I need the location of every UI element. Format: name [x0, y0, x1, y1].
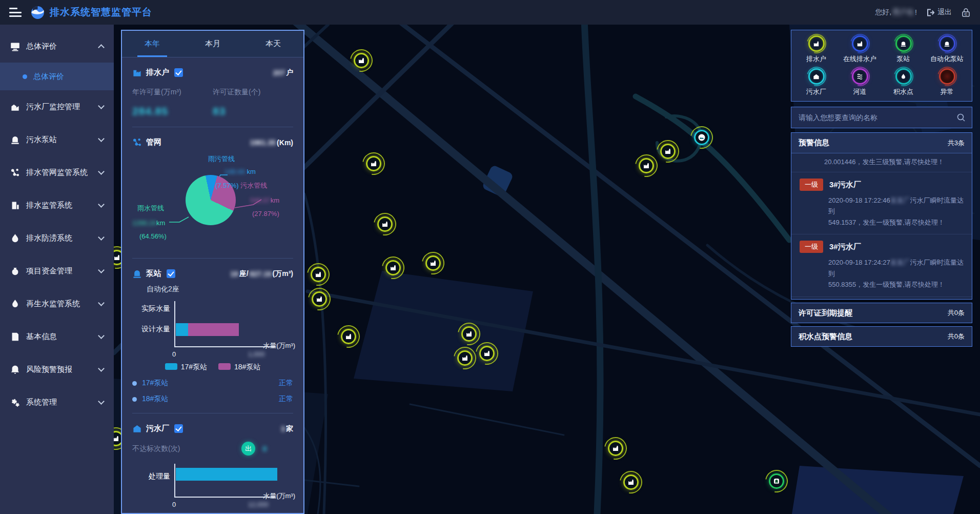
alert-partial-text[interactable]: 20.001446，发生三级预警,请尽快处理！ [791, 153, 972, 172]
chevron-down-icon [98, 201, 105, 208]
map-marker-user[interactable] [311, 290, 328, 308]
map-marker-user[interactable] [659, 143, 677, 160]
sidebar-item-drain-supervise[interactable]: 排水监管系统 [0, 189, 114, 222]
legend-river[interactable]: 河道 [838, 68, 882, 98]
factory-icon [132, 68, 142, 77]
pump-automation-note: 自动化2座 [147, 285, 293, 294]
substandard-row: 不达标次数(次) 出 0 [132, 442, 293, 456]
search-input[interactable] [798, 113, 956, 122]
map-marker-user[interactable] [384, 259, 402, 276]
sidebar-item-risk-warning[interactable]: 风险预警预报 [0, 353, 114, 386]
section-drainage-users: 排水户 207户 年许可量(万m³)284.85 许可证数量(个)83 [122, 68, 303, 127]
pie-pct: (64.56%) [139, 232, 167, 240]
drainage-checkbox[interactable] [174, 68, 183, 77]
map-marker-user[interactable] [622, 473, 640, 491]
pump-checkbox[interactable] [167, 269, 175, 278]
waterlog-count: 共0条 [948, 332, 965, 341]
legend-online-drainage-user[interactable]: 在线排水户 [838, 35, 882, 65]
sidebar-item-flood-control[interactable]: 排水防涝系统 [0, 222, 114, 254]
pump-icon [132, 269, 142, 279]
lock-button[interactable]: C [961, 8, 971, 17]
status-badge: 正常 [279, 379, 293, 388]
alert-item[interactable]: 一级3#污水厂 2020-09-18 17:24:27某某厂污水厂瞬时流量达到5… [791, 234, 972, 296]
warning-info-panel: 预警信息 共3条 20.001446，发生三级预警,请尽快处理！ 一级3#污水厂… [791, 132, 972, 300]
search-icon[interactable] [956, 113, 966, 122]
tab-today[interactable]: 本天 [243, 31, 303, 57]
map-legend-box: 排水户 在线排水户 泵站 自动化泵站 污水厂 河道 积水点 异常 [791, 30, 972, 102]
house-icon [132, 424, 142, 433]
map-marker-user[interactable] [478, 345, 496, 362]
map-marker-user[interactable] [424, 254, 442, 272]
chevron-down-icon [98, 267, 105, 273]
warning-panel-header[interactable]: 预警信息 共3条 [791, 133, 972, 153]
pie-value: 546.67km [250, 196, 279, 204]
map-marker-user[interactable] [460, 325, 478, 343]
monitor-icon [10, 42, 20, 51]
chevron-down-icon [98, 300, 105, 306]
recycle-drop-icon [10, 299, 20, 309]
license-expiry-panel[interactable]: 许可证到期提醒共0条 [791, 303, 972, 323]
stats-panel: 本年 本月 本天 排水户 207户 年许可量(万m³)284.85 许可证数量(… [121, 30, 304, 514]
map-marker-user[interactable] [607, 440, 624, 457]
chevron-down-icon [98, 135, 105, 142]
substandard-value: 0 [262, 444, 267, 453]
map-search-box [791, 107, 972, 128]
map-marker-user[interactable] [456, 349, 474, 367]
out-badge: 出 [241, 442, 255, 456]
metric-label: 许可证数量(个) [213, 88, 293, 97]
legend-sewage-plant[interactable]: 污水厂 [794, 68, 838, 98]
factory-icon [10, 102, 20, 112]
sidebar-item-system-settings[interactable]: 系统管理 [0, 386, 114, 419]
pump-icon [10, 135, 20, 145]
user-name: 用户名 [892, 8, 914, 17]
legend-waterlogging-point[interactable]: 积水点 [882, 68, 925, 98]
station-status-row[interactable]: 18#泵站正常 [132, 394, 293, 404]
plant-bar [176, 468, 277, 481]
section-pipeline: 管网 1961.35(Km) 雨污管线 148.44 km (7.57%) 污水… [122, 137, 303, 259]
alert-level-badge: 一级 [800, 179, 823, 191]
logout-icon [926, 8, 935, 17]
pie-value: 148.44 km [224, 168, 256, 175]
waterlogging-warning-panel[interactable]: 积水点预警信息共0条 [791, 326, 972, 347]
legend-anomaly[interactable]: 异常 [925, 68, 969, 98]
sidebar-item-pipeline[interactable]: 排水管网监管系统 [0, 156, 114, 189]
network-icon [132, 137, 142, 147]
plant-checkbox[interactable] [174, 424, 183, 433]
map-marker-user[interactable] [376, 215, 394, 233]
plant-bar-chart: 处理量 0 12,000 水量(万m³) [132, 461, 293, 510]
sidebar-item-sewage-pump[interactable]: 污水泵站 [0, 123, 114, 156]
svg-text:C: C [965, 12, 968, 16]
metric-value: 284.85 [132, 105, 213, 117]
alert-item[interactable]: 一级3#污水厂 2020-09-18 17:22:46某某厂污水厂瞬时流量达到5… [791, 172, 972, 234]
map-marker-user[interactable] [310, 266, 327, 283]
sidebar-item-project-fund[interactable]: 项目资金管理 [0, 254, 114, 287]
gear-icon [10, 398, 20, 407]
alert-item[interactable]: 三级3#污水厂 2020-09-19 08:49:47某某污水厂COD达到 [791, 297, 972, 299]
legend-pump-station[interactable]: 泵站 [882, 35, 925, 65]
menu-toggle-icon[interactable] [9, 8, 22, 17]
map-marker-user[interactable] [340, 328, 357, 345]
sidebar-item-basic-info[interactable]: 基本信息 [0, 320, 114, 353]
station-status-row[interactable]: 17#泵站正常 [132, 379, 293, 388]
fund-icon [10, 266, 20, 276]
sidebar-item-overall[interactable]: 总体评价 [0, 30, 114, 63]
legend-drainage-user[interactable]: 排水户 [794, 35, 838, 65]
time-tabs: 本年 本月 本天 [122, 31, 303, 57]
map-marker-station[interactable] [768, 472, 785, 490]
map-marker-user[interactable] [365, 155, 382, 172]
tab-this-year[interactable]: 本年 [122, 31, 182, 57]
metric-value: 83 [213, 105, 293, 117]
tab-this-month[interactable]: 本月 [182, 31, 243, 57]
map-marker-user[interactable] [353, 52, 370, 69]
map-marker-user[interactable] [638, 157, 655, 174]
sidebar-subitem-overall[interactable]: 总体评价 [0, 63, 114, 90]
sidebar-item-plant-monitor[interactable]: 污水厂监控管理 [0, 90, 114, 123]
legend-auto-pump-station[interactable]: 自动化泵站 [925, 35, 969, 65]
logout-button[interactable]: 退出 [926, 8, 952, 17]
network-icon [10, 168, 20, 177]
lock-icon: C [961, 8, 971, 17]
map-marker-plant[interactable] [693, 129, 710, 146]
sidebar-item-reclaimed-water[interactable]: 再生水监管系统 [0, 287, 114, 320]
page-title: 排水系统智慧监管平台 [50, 6, 152, 19]
active-bullet-icon [23, 74, 27, 79]
